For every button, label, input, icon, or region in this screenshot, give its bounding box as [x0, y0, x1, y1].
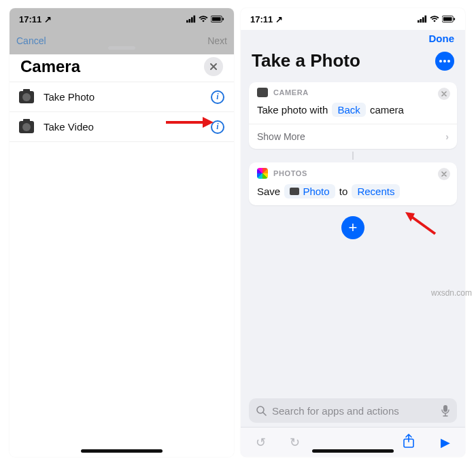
sheet-title: Camera	[20, 57, 80, 76]
share-icon	[403, 434, 415, 449]
add-action-button[interactable]: +	[341, 216, 364, 239]
text: camera	[370, 104, 404, 116]
param-album[interactable]: Recents	[352, 184, 400, 198]
more-menu-button[interactable]	[435, 52, 454, 71]
status-time: 17:11 ↗	[250, 14, 283, 24]
connector-line	[352, 152, 354, 160]
ellipsis-icon	[439, 60, 442, 63]
svg-rect-0	[186, 20, 188, 23]
microphone-icon[interactable]	[441, 404, 450, 417]
svg-line-19	[263, 413, 266, 415]
battery-icon	[442, 15, 456, 23]
header: Take a Photo	[241, 49, 465, 78]
home-indicator[interactable]	[81, 449, 163, 453]
svg-rect-6	[222, 18, 224, 20]
photos-app-icon	[257, 168, 268, 179]
param-input-photo[interactable]: Photo	[284, 184, 335, 198]
done-button[interactable]: Done	[429, 33, 455, 49]
camera-icon	[290, 188, 299, 195]
signal-icon	[418, 15, 427, 23]
camera-icon	[19, 121, 34, 133]
redo-button[interactable]: ↻	[284, 435, 305, 450]
sheet-grabber[interactable]	[108, 46, 135, 50]
remove-action-button[interactable]	[438, 168, 450, 180]
share-button[interactable]	[398, 434, 419, 451]
card-header: CAMERA	[249, 82, 457, 100]
chip-label: Recents	[357, 186, 394, 197]
card-body: Take photo with Back camera	[249, 100, 457, 124]
close-icon	[209, 63, 218, 71]
signal-icon	[186, 15, 196, 23]
camera-app-icon	[257, 88, 268, 97]
param-camera-facing[interactable]: Back	[332, 103, 365, 117]
remove-action-button[interactable]	[438, 88, 450, 100]
status-bar: 17:11 ↗	[241, 8, 465, 30]
text: to	[339, 186, 348, 197]
row-take-photo[interactable]: Take Photo i	[10, 82, 234, 112]
svg-line-16	[411, 216, 435, 234]
status-time: 17:11 ↗	[19, 14, 52, 24]
text: Take photo with	[257, 104, 328, 116]
time-text: 17:11	[250, 14, 273, 24]
search-icon	[256, 405, 267, 416]
search-field[interactable]: Search for apps and actions	[249, 398, 457, 423]
svg-rect-11	[422, 17, 424, 22]
action-card-photos[interactable]: PHOTOS Save Photo to Recents	[249, 162, 457, 205]
time-text: 17:11	[19, 14, 41, 24]
right-phone: 17:11 ↗ Done Take a Photo CAMERA	[241, 8, 465, 457]
close-icon	[441, 171, 447, 177]
svg-rect-3	[194, 16, 196, 23]
close-icon	[441, 91, 447, 97]
action-card-camera[interactable]: CAMERA Take photo with Back camera Show …	[249, 82, 457, 149]
cancel-hint: Cancel	[16, 35, 46, 46]
svg-rect-15	[454, 18, 455, 20]
svg-marker-8	[203, 117, 214, 128]
chip-label: Photo	[303, 186, 329, 197]
wifi-icon	[430, 15, 439, 23]
shortcut-title[interactable]: Take a Photo	[252, 50, 360, 71]
card-header: PHOTOS	[249, 162, 457, 181]
svg-rect-20	[443, 405, 447, 412]
svg-rect-10	[420, 19, 422, 22]
info-button[interactable]: i	[211, 90, 224, 104]
run-button[interactable]: ▶	[435, 435, 456, 450]
battery-icon	[211, 15, 224, 23]
left-phone: 17:11 ↗ Cancel Next Camera Tak	[10, 8, 234, 457]
watermark: wxsdn.com	[431, 288, 472, 298]
chevron-right-icon: ›	[445, 131, 449, 142]
status-right	[418, 15, 456, 23]
card-app-name: PHOTOS	[273, 169, 307, 177]
card-app-name: CAMERA	[273, 88, 309, 97]
editor-body: Done Take a Photo CAMERA Take photo with	[241, 30, 465, 457]
svg-rect-14	[443, 17, 452, 20]
search-placeholder: Search for apps and actions	[272, 405, 399, 417]
svg-rect-1	[189, 19, 191, 22]
svg-rect-2	[191, 17, 193, 22]
plus-icon: +	[349, 219, 358, 237]
text: Save	[257, 186, 280, 197]
action-sheet: Camera Take Photo i Take Video i	[10, 48, 234, 457]
svg-rect-12	[425, 16, 427, 23]
annotation-arrow	[401, 211, 439, 238]
row-label: Take Video	[44, 121, 94, 133]
action-list: Take Photo i Take Video i	[10, 82, 234, 142]
location-icon: ↗	[44, 14, 52, 24]
status-right	[186, 15, 224, 23]
camera-icon	[19, 91, 34, 103]
card-body: Save Photo to Recents	[249, 181, 457, 205]
status-bar: 17:11 ↗	[10, 8, 234, 30]
close-button[interactable]	[204, 57, 223, 76]
dimmed-background: Cancel Next	[10, 30, 234, 54]
nav-bar: Done	[241, 30, 465, 49]
row-label: Take Photo	[44, 91, 95, 103]
undo-button[interactable]: ↺	[250, 435, 271, 450]
chip-label: Back	[337, 104, 360, 116]
next-hint: Next	[207, 35, 227, 46]
annotation-arrow	[166, 116, 214, 129]
show-more-row[interactable]: Show More ›	[249, 124, 457, 149]
svg-rect-9	[418, 20, 420, 23]
home-indicator[interactable]	[312, 449, 394, 453]
show-more-label: Show More	[257, 131, 305, 142]
wifi-icon	[199, 15, 208, 23]
svg-rect-5	[212, 17, 221, 20]
